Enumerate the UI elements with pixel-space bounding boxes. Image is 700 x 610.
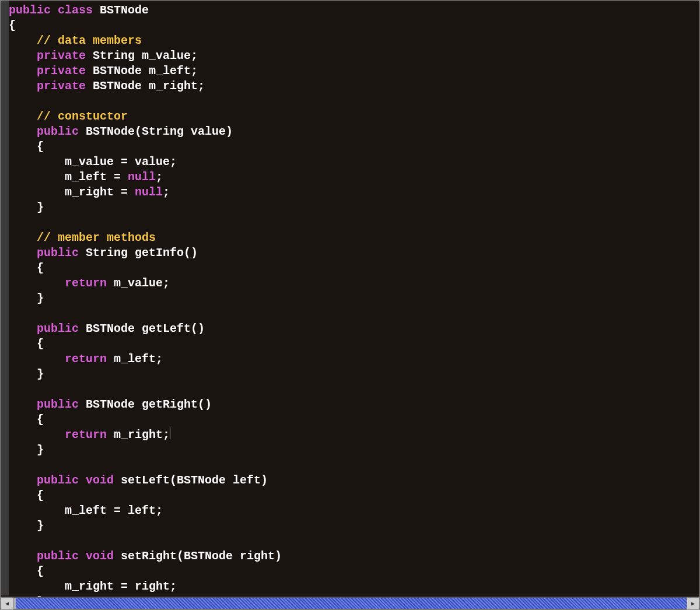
editor-gutter xyxy=(1,1,9,595)
code-line[interactable]: private BSTNode m_left; xyxy=(9,64,697,79)
code-line[interactable]: return m_left; xyxy=(9,352,697,367)
scrollbar-thumb[interactable] xyxy=(13,598,16,609)
code-line[interactable]: } xyxy=(9,518,697,534)
text-token xyxy=(9,34,37,47)
code-line[interactable]: { xyxy=(9,488,697,503)
text-token: BSTNode m_left; xyxy=(86,64,198,78)
scroll-left-arrow[interactable]: ◀ xyxy=(1,597,13,610)
scroll-right-arrow[interactable]: ▶ xyxy=(687,597,699,610)
code-line[interactable]: { xyxy=(9,261,697,276)
keyword-token: class xyxy=(58,3,93,17)
code-line[interactable] xyxy=(9,534,697,549)
keyword-token: private xyxy=(37,64,86,78)
code-line[interactable]: public void setRight(BSTNode right) xyxy=(9,549,697,564)
code-line[interactable]: return m_right; xyxy=(9,427,697,443)
text-token: BSTNode m_right; xyxy=(86,79,205,93)
text-token: m_value; xyxy=(107,276,170,290)
text-token: m_left = xyxy=(9,170,128,184)
code-line[interactable]: m_right = null; xyxy=(9,185,697,200)
text-token xyxy=(9,125,37,138)
text-token xyxy=(51,3,58,17)
code-line[interactable]: m_left = null; xyxy=(9,170,697,185)
text-token: { xyxy=(9,140,44,153)
text-token: { xyxy=(9,413,44,426)
text-token: { xyxy=(9,261,44,275)
keyword-token: void xyxy=(86,474,114,487)
text-token: String getInfo() xyxy=(79,246,198,260)
text-token xyxy=(9,352,65,366)
keyword-token: public xyxy=(37,246,79,260)
code-line[interactable]: public BSTNode(String value) xyxy=(9,124,697,139)
chevron-right-icon: ▶ xyxy=(691,600,695,608)
code-line[interactable]: } xyxy=(9,443,697,458)
text-token: { xyxy=(9,489,44,502)
code-line[interactable]: } xyxy=(9,367,697,382)
code-line[interactable]: } xyxy=(9,200,697,215)
keyword-token: private xyxy=(37,49,86,62)
code-editor[interactable]: public class BSTNode{ // data members pr… xyxy=(9,3,697,610)
text-token: { xyxy=(9,337,44,350)
code-line[interactable]: // constuctor xyxy=(9,109,697,124)
keyword-token: private xyxy=(37,79,86,93)
text-token: m_right = xyxy=(9,185,135,199)
text-token: BSTNode getRight() xyxy=(79,398,212,411)
code-line[interactable] xyxy=(9,382,697,397)
horizontal-scrollbar[interactable]: ◀ ▶ xyxy=(1,597,699,609)
code-line[interactable] xyxy=(9,94,697,109)
text-token: { xyxy=(9,565,44,578)
code-line[interactable] xyxy=(9,458,697,473)
scrollbar-track[interactable] xyxy=(13,597,687,609)
keyword-token: return xyxy=(65,428,107,441)
text-token: } xyxy=(9,201,44,214)
comment-token: // data members xyxy=(37,34,142,47)
code-line[interactable]: { xyxy=(9,412,697,427)
text-token: } xyxy=(9,367,44,381)
chevron-left-icon: ◀ xyxy=(5,600,9,608)
text-token xyxy=(9,398,37,411)
code-line[interactable]: public String getInfo() xyxy=(9,246,697,261)
comment-token: // member methods xyxy=(37,231,156,244)
code-line[interactable]: { xyxy=(9,564,697,579)
text-token: ; xyxy=(163,185,170,199)
code-line[interactable]: public class BSTNode xyxy=(9,3,697,18)
keyword-token: void xyxy=(86,549,114,563)
text-token xyxy=(9,49,37,62)
code-line[interactable]: { xyxy=(9,139,697,155)
text-token xyxy=(9,246,37,260)
code-line[interactable]: public BSTNode getRight() xyxy=(9,397,697,412)
code-line[interactable]: { xyxy=(9,18,697,33)
comment-token: // constuctor xyxy=(37,110,128,123)
code-line[interactable]: private BSTNode m_right; xyxy=(9,79,697,94)
code-line[interactable]: m_left = left; xyxy=(9,503,697,518)
keyword-token: public xyxy=(37,398,79,411)
code-line[interactable]: m_value = value; xyxy=(9,155,697,170)
text-token: String m_value; xyxy=(86,49,198,62)
text-token: m_right = right; xyxy=(9,580,177,593)
text-token xyxy=(9,110,37,123)
code-line[interactable]: { xyxy=(9,336,697,352)
text-token xyxy=(79,549,86,563)
keyword-token: public xyxy=(37,322,79,335)
text-token: BSTNode xyxy=(93,3,149,17)
code-line[interactable]: public BSTNode getLeft() xyxy=(9,321,697,336)
code-line[interactable]: } xyxy=(9,291,697,306)
text-token xyxy=(9,79,37,93)
keyword-token: null xyxy=(135,185,163,199)
text-token: { xyxy=(9,19,16,32)
code-line[interactable]: public void setLeft(BSTNode left) xyxy=(9,473,697,488)
text-token: setRight(BSTNode right) xyxy=(114,549,282,563)
code-line[interactable]: // member methods xyxy=(9,230,697,246)
text-token xyxy=(9,322,37,335)
text-cursor xyxy=(170,427,170,439)
text-token: m_value = value; xyxy=(9,155,177,169)
text-token: } xyxy=(9,519,44,532)
text-token xyxy=(9,231,37,244)
code-line[interactable] xyxy=(9,306,697,321)
text-token: BSTNode(String value) xyxy=(79,125,233,138)
code-line[interactable]: private String m_value; xyxy=(9,48,697,64)
code-line[interactable] xyxy=(9,215,697,230)
code-line[interactable]: return m_value; xyxy=(9,276,697,291)
keyword-token: public xyxy=(37,125,79,138)
code-line[interactable]: m_right = right; xyxy=(9,579,697,594)
code-line[interactable]: // data members xyxy=(9,33,697,48)
